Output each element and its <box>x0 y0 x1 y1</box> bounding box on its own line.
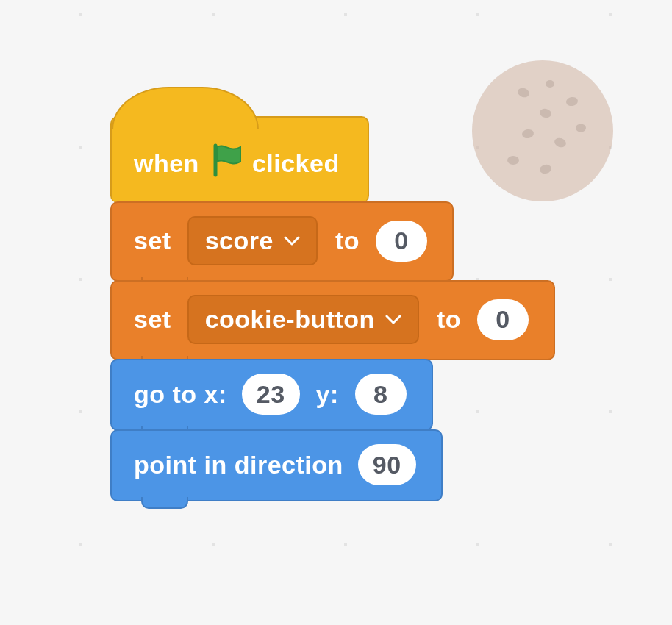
set-variable-block-score[interactable]: set score to 0 <box>110 201 454 282</box>
value-text: 0 <box>394 226 408 255</box>
svg-point-2 <box>546 80 554 88</box>
y-input[interactable]: 8 <box>355 374 407 415</box>
green-flag-icon <box>211 143 245 184</box>
chevron-down-icon <box>284 236 300 246</box>
y-value: 8 <box>373 380 387 409</box>
set-label: set <box>134 226 171 255</box>
direction-value: 90 <box>373 451 401 479</box>
to-label: to <box>335 226 360 255</box>
y-label: y: <box>316 380 339 409</box>
variable-name: cookie-button <box>205 305 375 334</box>
hat-suffix: clicked <box>252 149 340 178</box>
go-to-xy-block[interactable]: go to x: 23 y: 8 <box>110 359 433 431</box>
value-input[interactable]: 0 <box>376 221 427 262</box>
value-input[interactable]: 0 <box>477 299 529 340</box>
x-input[interactable]: 23 <box>242 374 300 415</box>
variable-name: score <box>205 226 274 255</box>
script-stack[interactable]: when clicked set score to 0 <box>110 118 555 501</box>
direction-input[interactable]: 90 <box>358 444 416 485</box>
variable-dropdown-score[interactable]: score <box>187 216 318 265</box>
hat-prefix: when <box>134 149 199 178</box>
point-in-direction-block[interactable]: point in direction 90 <box>110 429 443 501</box>
point-label: point in direction <box>134 451 343 479</box>
chevron-down-icon <box>385 315 401 325</box>
set-label: set <box>134 305 171 334</box>
set-variable-block-cookie-button[interactable]: set cookie-button to 0 <box>110 280 555 360</box>
when-flag-clicked-block[interactable]: when clicked <box>110 116 369 203</box>
x-value: 23 <box>257 380 285 409</box>
variable-dropdown-cookie-button[interactable]: cookie-button <box>187 295 419 344</box>
value-text: 0 <box>496 305 510 334</box>
to-label: to <box>437 305 461 334</box>
go-to-x-label: go to x: <box>134 380 227 409</box>
svg-point-5 <box>576 124 586 132</box>
